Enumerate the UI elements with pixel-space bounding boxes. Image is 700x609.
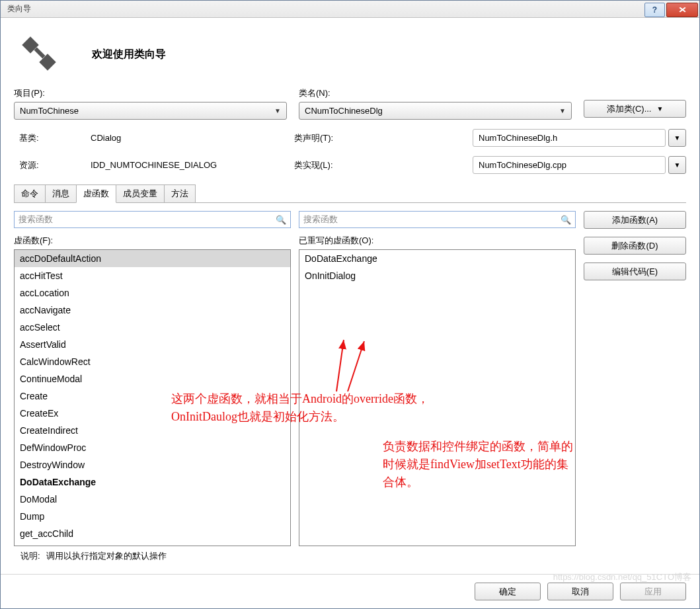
add-class-button[interactable]: 添加类(C)... ▼ <box>584 100 686 118</box>
tab-4[interactable]: 方法 <box>164 184 196 202</box>
tab-2[interactable]: 虚函数 <box>76 184 116 203</box>
tab-1[interactable]: 消息 <box>45 184 77 202</box>
virtual-functions-list[interactable]: accDoDefaultActionaccHitTestaccLocationa… <box>14 249 291 546</box>
resource-value: IDD_NUMTOCHINESE_DIALOG <box>91 160 217 170</box>
chevron-down-icon: ▼ <box>674 161 681 169</box>
virtual-functions-panel: 搜索函数 🔍 虚函数(F): accDoDefaultActionaccHitT… <box>14 211 686 546</box>
tab-0[interactable]: 命令 <box>14 184 46 202</box>
list-item[interactable]: accSelect <box>15 319 290 336</box>
ok-button[interactable]: 确定 <box>475 583 541 600</box>
chevron-down-icon: ▼ <box>656 105 663 112</box>
list-item[interactable]: ContinueModal <box>15 370 290 387</box>
overridden-functions-list[interactable]: DoDataExchangeOnInitDialog <box>299 249 576 546</box>
apply-button[interactable]: 应用 <box>620 583 686 600</box>
list-item[interactable]: Create <box>15 387 290 405</box>
implementation-dropdown-button[interactable]: ▼ <box>668 156 686 174</box>
list-item[interactable]: Dump <box>15 508 290 525</box>
window-controls: ? ✕ <box>644 1 699 17</box>
list-item[interactable]: DoDataExchange <box>299 250 575 267</box>
list-item[interactable]: DefWindowProc <box>15 439 290 456</box>
tab-bar: 命令消息虚函数成员变量方法 <box>14 184 686 203</box>
list-item[interactable]: get_accChild <box>15 525 290 542</box>
project-combo[interactable]: NumToChinese ▼ <box>14 102 287 120</box>
content-area: 项目(P): NumToChinese ▼ 类名(N): CNumToChine… <box>1 87 699 574</box>
class-combo[interactable]: CNumToChineseDlg ▼ <box>299 102 572 120</box>
resource-label: 资源: <box>14 159 91 171</box>
project-class-row: 项目(P): NumToChinese ▼ 类名(N): CNumToChine… <box>14 87 686 120</box>
help-button[interactable]: ? <box>644 3 665 17</box>
window-title: 类向导 <box>7 3 31 15</box>
class-value: CNumToChineseDlg <box>305 106 383 116</box>
search-icon: 🔍 <box>276 215 286 225</box>
chevron-down-icon: ▼ <box>674 134 681 142</box>
description-text: 调用以执行指定对象的默认操作 <box>46 551 167 561</box>
search-left[interactable]: 搜索函数 🔍 <box>14 211 291 228</box>
description-line: 说明: 调用以执行指定对象的默认操作 <box>14 546 686 566</box>
list-item[interactable]: accLocation <box>15 284 290 302</box>
virtual-functions-label: 虚函数(F): <box>14 235 291 247</box>
list-item[interactable]: DoDataExchange <box>15 473 290 491</box>
svg-rect-2 <box>34 48 46 59</box>
wizard-icon <box>20 35 58 74</box>
question-icon: ? <box>652 5 657 15</box>
list-item[interactable]: OnInitDialog <box>299 267 575 284</box>
implementation-label: 类实现(L): <box>294 159 473 171</box>
implementation-combo[interactable]: NumToChineseDlg.cpp <box>473 156 666 174</box>
delete-function-button[interactable]: 删除函数(D) <box>584 237 686 255</box>
list-item[interactable]: AssertValid <box>15 336 290 353</box>
implementation-value: NumToChineseDlg.cpp <box>479 160 566 170</box>
class-label: 类名(N): <box>299 87 572 99</box>
chevron-down-icon: ▼ <box>559 107 566 114</box>
list-item[interactable]: accDoDefaultAction <box>15 250 290 267</box>
list-item[interactable]: CreateIndirect <box>15 422 290 439</box>
list-item[interactable]: CreateEx <box>15 405 290 422</box>
chevron-down-icon: ▼ <box>274 107 281 114</box>
resource-row: 资源: IDD_NUMTOCHINESE_DIALOG 类实现(L): NumT… <box>14 156 686 174</box>
list-item[interactable]: CalcWindowRect <box>15 353 290 370</box>
search-placeholder: 搜索函数 <box>303 214 338 225</box>
description-label: 说明: <box>20 551 40 561</box>
list-item[interactable]: DestroyWindow <box>15 456 290 473</box>
class-wizard-window: 类向导 ? ✕ 欢迎使用类向导 项目(P): NumToChinese ▼ <box>0 0 700 609</box>
project-value: NumToChinese <box>20 106 79 116</box>
wizard-title: 欢迎使用类向导 <box>92 48 166 61</box>
edit-code-button[interactable]: 编辑代码(E) <box>584 263 686 280</box>
search-placeholder: 搜索函数 <box>19 214 53 225</box>
tab-3[interactable]: 成员变量 <box>116 184 165 202</box>
list-item[interactable]: accHitTest <box>15 267 290 284</box>
list-item[interactable]: accNavigate <box>15 302 290 319</box>
base-class-value: CDialog <box>91 133 121 143</box>
base-class-label: 基类: <box>14 132 91 144</box>
close-button[interactable]: ✕ <box>666 3 698 17</box>
add-function-button[interactable]: 添加函数(A) <box>584 211 686 229</box>
base-row: 基类: CDialog 类声明(T): NumToChineseDlg.h ▼ <box>14 129 686 147</box>
dialog-footer: 确定 取消 应用 <box>1 574 699 608</box>
project-label: 项目(P): <box>14 87 287 99</box>
titlebar: 类向导 ? ✕ <box>1 1 699 18</box>
search-icon: 🔍 <box>561 215 571 225</box>
declaration-label: 类声明(T): <box>294 132 473 144</box>
cancel-button[interactable]: 取消 <box>547 583 613 600</box>
list-item[interactable]: DoModal <box>15 491 290 508</box>
wizard-header: 欢迎使用类向导 <box>1 18 699 87</box>
declaration-dropdown-button[interactable]: ▼ <box>668 129 686 147</box>
declaration-value: NumToChineseDlg.h <box>479 133 557 143</box>
overridden-functions-label: 已重写的虚函数(O): <box>299 235 576 247</box>
search-right[interactable]: 搜索函数 🔍 <box>299 211 576 228</box>
declaration-combo[interactable]: NumToChineseDlg.h <box>473 129 666 147</box>
close-icon: ✕ <box>678 5 687 15</box>
